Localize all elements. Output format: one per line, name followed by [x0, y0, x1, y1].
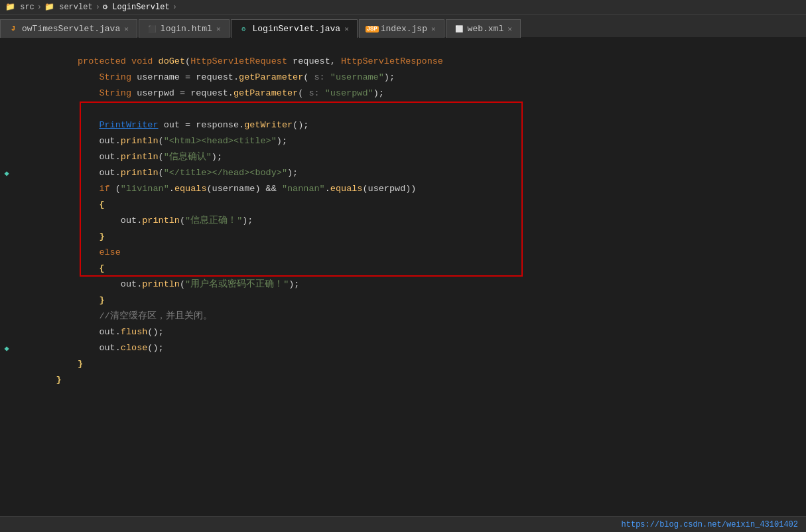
code-line: }: [24, 356, 806, 372]
code-line: [24, 86, 806, 101]
breadcrumb-src[interactable]: 📁 src: [5, 2, 34, 12]
html-icon: ⬛: [147, 25, 157, 34]
bookmark-icon: ◆: [4, 344, 9, 354]
gutter-icons: ◆ ◆: [0, 38, 13, 516]
code-line: //清空缓存区，并且关闭。: [24, 293, 806, 308]
servlet-icon: ⚙: [239, 25, 249, 34]
tab-index-jsp[interactable]: JSP index.jsp ✕: [359, 19, 444, 38]
gutter-line: [0, 308, 13, 324]
code-line: else: [24, 229, 806, 245]
java-icon: J: [9, 25, 18, 34]
tab-loginservlet[interactable]: ⚙ LoginServlet.java ✕: [231, 19, 358, 38]
code-line: String username = request.getParameter( …: [24, 54, 806, 70]
gutter-line: [0, 133, 13, 149]
code-line: out.println("<html><head><title>");: [24, 117, 806, 133]
breadcrumb-loginservlet[interactable]: ⚙ LoginServlet: [103, 2, 170, 12]
jsp-icon: JSP: [368, 25, 377, 34]
code-line: PrintWriter out = response.getWriter();: [24, 101, 806, 117]
code-line: String userpwd = request.getParameter( s…: [24, 70, 806, 86]
tab-web-xml[interactable]: ⬜ web.xml ✕: [446, 19, 521, 38]
gutter-line: [0, 324, 13, 340]
code-line: {: [24, 181, 806, 197]
close-icon[interactable]: ✕: [124, 25, 129, 33]
code-content[interactable]: protected void doGet(HttpServletRequest …: [13, 38, 806, 516]
code-line: out.flush();: [24, 308, 806, 324]
gutter-line: [0, 197, 13, 213]
tab-bar: J owTimesServlet.java ✕ ⬛ login.html ✕ ⚙…: [0, 15, 806, 38]
gutter-line: [0, 149, 13, 165]
gutter-line: [0, 117, 13, 133]
code-line: protected void doGet(HttpServletRequest …: [24, 38, 806, 54]
tab-owtimes[interactable]: J owTimesServlet.java ✕: [0, 19, 137, 38]
tab-label: web.xml: [468, 24, 504, 34]
gutter-line: [0, 101, 13, 117]
breadcrumb: 📁 src › 📁 servlet › ⚙ LoginServlet ›: [0, 0, 806, 15]
gutter-line: [0, 213, 13, 229]
breadcrumb-servlet[interactable]: 📁 servlet: [44, 2, 93, 12]
tab-label: LoginServlet.java: [253, 24, 341, 34]
tab-login-html[interactable]: ⬛ login.html ✕: [139, 19, 230, 38]
code-line: }: [24, 213, 806, 229]
code-line: out.println("</title></head><body>");: [24, 149, 806, 165]
gutter-line: [0, 54, 13, 70]
gutter-line: [0, 245, 13, 261]
gutter-line: ◆: [0, 340, 13, 356]
gutter-line: [0, 261, 13, 277]
xml-icon: ⬜: [454, 25, 464, 34]
code-line: }: [24, 340, 806, 356]
editor-area: ◆ ◆ protected void doGet(HttpServletRequ…: [0, 38, 806, 516]
gutter-line: [0, 277, 13, 293]
tab-label: login.html: [161, 24, 212, 34]
tab-label: index.jsp: [381, 24, 427, 34]
status-url[interactable]: https://blog.csdn.net/weixin_43101402: [622, 520, 798, 529]
bookmark-icon: ◆: [4, 168, 9, 178]
code-line: out.println("用户名或密码不正确！");: [24, 261, 806, 277]
code-line: {: [24, 245, 806, 261]
gutter-line: ◆: [0, 165, 13, 181]
code-line: out.close();: [24, 324, 806, 340]
gutter-line: [0, 70, 13, 86]
gutter-line: [0, 293, 13, 308]
code-line: out.println("信息确认");: [24, 133, 806, 149]
close-icon[interactable]: ✕: [507, 25, 512, 33]
close-icon[interactable]: ✕: [216, 25, 221, 33]
code-line: out.println("信息正确！");: [24, 197, 806, 213]
tab-label: owTimesServlet.java: [22, 24, 120, 34]
gutter-line: [0, 181, 13, 197]
gutter-line: [0, 86, 13, 101]
code-line: }: [24, 277, 806, 293]
close-icon[interactable]: ✕: [344, 25, 349, 33]
status-bar: https://blog.csdn.net/weixin_43101402: [0, 516, 806, 532]
gutter-line: [0, 38, 13, 54]
close-icon[interactable]: ✕: [431, 25, 436, 33]
code-line: if ("livinan".equals(username) && "nanna…: [24, 165, 806, 181]
gutter-line: [0, 229, 13, 245]
gutter-line: [0, 356, 13, 372]
